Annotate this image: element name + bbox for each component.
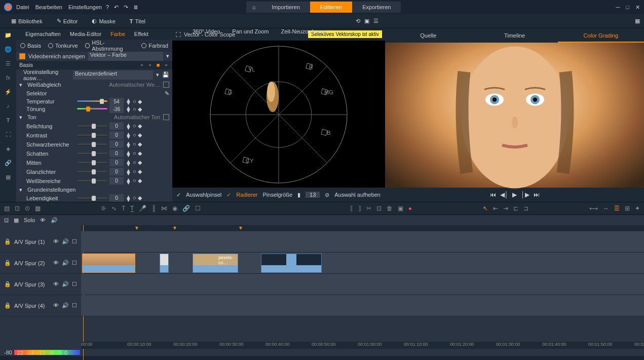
stab-hsl[interactable]: HSL-Abstimmung — [85, 40, 135, 52]
tl-tool-9[interactable]: 🎤 — [139, 205, 146, 212]
save-icon[interactable]: 🗎 — [133, 4, 139, 11]
import-button[interactable]: Importieren — [261, 2, 310, 13]
clear-selection-icon[interactable]: ⊘ — [325, 192, 329, 198]
base-caret[interactable]: ▾ — [19, 187, 24, 193]
mids-value[interactable]: 0 — [109, 159, 124, 166]
kf-reset-icon[interactable]: ○ — [133, 150, 136, 157]
track-menu-icon[interactable]: ☐ — [72, 281, 77, 287]
vibrance-value[interactable]: 0 — [109, 194, 124, 202]
ptab-effect[interactable]: Effekt — [134, 31, 148, 37]
kf-reset-icon[interactable]: ○ — [133, 141, 136, 148]
track-lock-icon[interactable]: 🔒 — [4, 281, 11, 287]
exposure-slider[interactable] — [77, 125, 107, 127]
tl-tool-3[interactable]: ⊙ — [25, 205, 30, 212]
tint-spinner[interactable]: ▲▼ — [126, 106, 131, 112]
tl-tool-r3[interactable]: ✂ — [366, 205, 371, 212]
kf-reset-icon[interactable]: ○ — [133, 106, 136, 113]
blacks-spinner[interactable]: ▲▼ — [126, 141, 131, 148]
ptab-media[interactable]: Media-Editor — [70, 31, 101, 37]
tl-tool-e4[interactable]: ⊞ — [625, 205, 630, 212]
goto-end-icon[interactable]: ⏭ — [534, 191, 540, 198]
preset-select[interactable]: Benutzerdefiniert — [73, 70, 153, 80]
contrast-spinner[interactable]: ▲▼ — [126, 132, 131, 138]
tl-tool-rec[interactable]: ● — [408, 205, 412, 212]
track-menu-icon[interactable]: ☐ — [72, 260, 77, 266]
kf-reset-icon[interactable]: ○ — [133, 159, 136, 166]
whites-value[interactable]: 0 — [109, 177, 124, 185]
maximize-icon[interactable]: □ — [626, 4, 629, 11]
kf-reset-icon[interactable]: ○ — [133, 168, 136, 175]
tl-tool-s3[interactable]: ⊏ — [513, 205, 518, 212]
clip-2[interactable] — [160, 254, 169, 273]
kf-add-icon[interactable]: ◆ — [138, 106, 142, 113]
step-back-icon[interactable]: ◀│ — [500, 191, 509, 198]
hdr-icon-1[interactable]: ▫ — [139, 62, 145, 68]
tool-icon-3[interactable]: ☰ — [373, 18, 378, 24]
ptab-props[interactable]: Eigenschaften — [25, 31, 61, 37]
tl-tool-1[interactable]: ▤ — [4, 205, 10, 212]
eraser-tool[interactable]: Radierer — [236, 192, 257, 198]
tl-hdr-1[interactable]: ⊡ — [4, 217, 9, 224]
export-button[interactable]: Exportieren — [352, 2, 401, 13]
wb-caret[interactable]: ▾ — [19, 82, 24, 88]
kf-reset-icon[interactable]: ○ — [133, 98, 136, 105]
preset-dropdown-icon[interactable]: ▾ — [156, 71, 159, 78]
tl-tool-11[interactable]: ⋈ — [161, 205, 167, 212]
temp-slider[interactable] — [77, 100, 107, 102]
nav-crop-icon[interactable]: ⛶ — [4, 130, 13, 139]
clip-4[interactable] — [261, 254, 322, 273]
step-fwd-icon[interactable]: │▶ — [521, 191, 529, 198]
track-audio-icon[interactable]: 🔊 — [62, 302, 69, 309]
track-lock-icon[interactable]: 🔒 — [4, 302, 11, 309]
ptab-360[interactable]: 360°-Video — [193, 28, 220, 34]
tl-hdr-2[interactable]: ▦ — [14, 217, 19, 224]
track-menu-icon[interactable]: ☐ — [72, 238, 77, 245]
track-audio-icon[interactable]: 🔊 — [62, 260, 69, 266]
vibrance-slider[interactable] — [77, 197, 107, 199]
layout-icon[interactable]: ▦ — [635, 18, 640, 24]
edit-button[interactable]: Editieren — [310, 2, 352, 13]
vibrance-spinner[interactable]: ▲▼ — [126, 195, 131, 201]
tl-tool-e5[interactable]: ✦ — [635, 205, 640, 212]
kf-add-icon[interactable]: ◆ — [138, 132, 142, 138]
goto-start-icon[interactable]: ⏮ — [490, 191, 496, 198]
tl-tool-r2[interactable]: ⟧ — [358, 205, 361, 212]
kf-reset-icon[interactable]: ○ — [133, 123, 136, 129]
nav-link-icon[interactable]: 🔗 — [4, 158, 13, 167]
show-area-checkbox[interactable] — [19, 53, 25, 59]
tl-tool-10[interactable]: ║ — [151, 205, 156, 212]
eyedropper-icon[interactable]: ✎ — [165, 90, 169, 97]
help-icon[interactable]: ? — [106, 4, 109, 11]
track-content[interactable] — [81, 231, 644, 252]
tool-icon-2[interactable]: ▣ — [364, 18, 369, 24]
tl-tool-7[interactable]: T — [122, 205, 125, 212]
home-button[interactable]: ⌂ — [246, 2, 261, 13]
temp-value[interactable]: 54 — [109, 98, 124, 105]
vector-select[interactable]: Vektor – Farbe — [88, 52, 163, 61]
track-menu-icon[interactable]: ☐ — [72, 302, 77, 309]
tool-icon-1[interactable]: ⟲ — [356, 18, 360, 24]
kf-add-icon[interactable]: ◆ — [138, 150, 142, 157]
hdr-icon-3[interactable]: ■ — [155, 62, 161, 68]
highlights-slider[interactable] — [77, 171, 107, 173]
menu-file[interactable]: Datei — [16, 4, 29, 10]
blacks-value[interactable]: 0 — [109, 140, 124, 148]
scope-expand-icon[interactable]: ⛶ — [175, 31, 181, 38]
tl-tool-8[interactable]: T̲ — [130, 205, 134, 212]
hdr-icon-2[interactable]: ▫ — [147, 62, 153, 68]
ptab-panzoom[interactable]: Pan und Zoom — [232, 28, 269, 34]
preview-tab-grading[interactable]: Color Grading — [558, 28, 644, 43]
marker-1[interactable]: ▼ — [134, 225, 139, 231]
tl-tool-r4[interactable]: ⊡ — [376, 205, 382, 212]
kf-add-icon[interactable]: ◆ — [138, 177, 142, 184]
tone-auto-checkbox[interactable] — [163, 114, 169, 120]
track-eye-icon[interactable]: 👁 — [53, 281, 59, 287]
nav-transition-icon[interactable]: ⚡ — [4, 87, 13, 96]
blacks-slider[interactable] — [77, 143, 107, 146]
menu-edit[interactable]: Bearbeiten — [35, 4, 62, 10]
nav-text-icon[interactable]: T — [4, 116, 13, 125]
stab-tone[interactable]: Tonkurve — [48, 43, 78, 49]
tab-library[interactable]: ▦Bibliothek — [4, 18, 50, 24]
play-icon[interactable]: ▶ — [512, 191, 517, 198]
clip-3[interactable]: pexels-co… — [193, 254, 238, 273]
